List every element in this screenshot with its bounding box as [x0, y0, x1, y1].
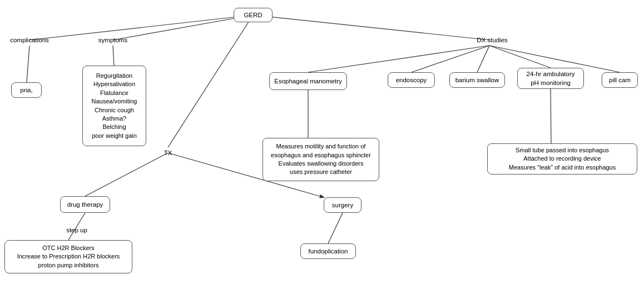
svg-line-6: [308, 46, 489, 72]
drug-list-text: OTC H2R Blockers Increase to Prescriptio…: [17, 244, 120, 270]
dx-studies-label: DX studies: [467, 34, 517, 46]
drug-list-node: OTC H2R Blockers Increase to Prescriptio…: [4, 240, 132, 273]
step-up-label: step up: [60, 225, 93, 235]
pill-cam-label: pill cam: [609, 76, 631, 84]
tx-text: TX: [164, 148, 172, 157]
symptoms-text: symptoms: [98, 36, 127, 44]
svg-line-5: [113, 46, 114, 66]
symptoms-label: symptoms: [93, 34, 132, 46]
esophageal-manometry-node: Esophageal manometry: [269, 72, 347, 90]
surgery-node: surgery: [324, 197, 361, 213]
dx-studies-text: DX studies: [477, 36, 508, 44]
fundoplication-label: fundoplication: [309, 247, 348, 256]
svg-line-16: [328, 213, 343, 243]
tx-label: TX: [157, 147, 179, 158]
mind-map-diagram: GERD complications symptoms DX studies p…: [0, 0, 644, 289]
pna-label: pna,: [20, 86, 32, 94]
svg-line-7: [412, 46, 489, 72]
ambulatory-detail-text: Small tube passed into esophagus Attache…: [509, 146, 616, 172]
step-up-text: step up: [66, 226, 87, 235]
complications-text: complications: [10, 36, 49, 44]
svg-line-0: [29, 15, 253, 40]
ambulatory-monitoring-node: 24-hr ambulatory pH monitoring: [517, 68, 584, 89]
esoph-detail-node: Measures motility and function of esopha…: [262, 138, 379, 181]
pill-cam-node: pill cam: [602, 72, 638, 88]
barium-swallow-node: barium swallow: [449, 72, 505, 88]
drug-therapy-label: drug therapy: [67, 200, 103, 209]
endoscopy-label: endoscopy: [396, 76, 427, 84]
symptoms-list-node: Regurgitation Hypersalivation Flatulance…: [82, 66, 146, 146]
complications-label: complications: [4, 34, 55, 46]
endoscopy-node: endoscopy: [388, 72, 435, 88]
drug-therapy-node: drug therapy: [60, 196, 110, 213]
svg-line-9: [489, 46, 551, 68]
svg-line-3: [168, 15, 253, 147]
svg-line-12: [551, 89, 551, 143]
symptoms-list-text: Regurgitation Hypersalivation Flatulance…: [92, 72, 137, 140]
gerd-node: GERD: [234, 8, 273, 22]
ambulatory-detail-node: Small tube passed into esophagus Attache…: [487, 143, 637, 175]
esoph-detail-text: Measures motility and function of esopha…: [271, 142, 371, 177]
svg-line-13: [85, 153, 168, 196]
svg-line-1: [113, 15, 253, 40]
pna-node: pna,: [11, 82, 42, 98]
svg-line-4: [27, 46, 29, 82]
barium-label: barium swallow: [455, 76, 499, 84]
fundoplication-node: fundoplication: [300, 243, 356, 259]
surgery-label: surgery: [332, 201, 353, 210]
svg-line-8: [477, 46, 489, 72]
ambulatory-label: 24-hr ambulatory pH monitoring: [527, 69, 575, 87]
gerd-label: GERD: [244, 11, 262, 19]
esoph-man-label: Esophageal manometry: [274, 77, 341, 86]
svg-line-2: [253, 15, 489, 40]
